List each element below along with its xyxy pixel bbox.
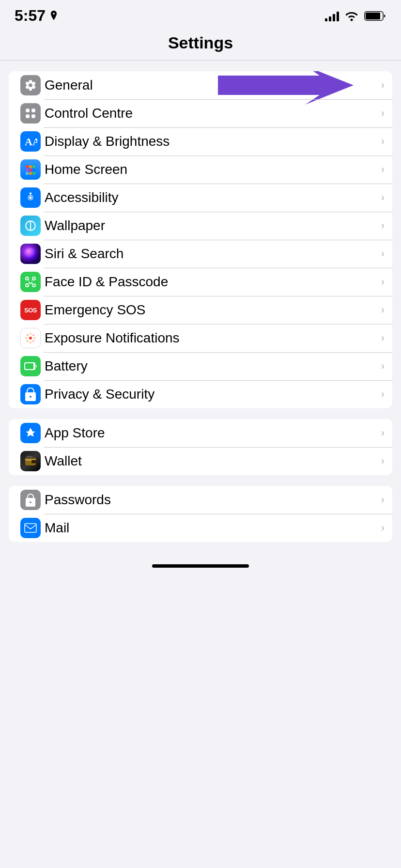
mail-label: Mail bbox=[45, 520, 377, 536]
mail-icon-wrapper bbox=[16, 514, 45, 542]
svg-rect-5 bbox=[26, 114, 30, 118]
general-icon-wrapper bbox=[16, 71, 45, 99]
settings-row-passwords[interactable]: Passwords › bbox=[9, 486, 392, 514]
sos-icon: SOS bbox=[20, 300, 41, 320]
svg-rect-6 bbox=[31, 114, 35, 118]
svg-point-18 bbox=[29, 196, 31, 199]
svg-rect-22 bbox=[32, 284, 35, 286]
svg-rect-38 bbox=[31, 460, 36, 464]
siri-chevron: › bbox=[381, 248, 385, 260]
settings-row-control-centre[interactable]: Control Centre › bbox=[9, 99, 392, 127]
siri-search-label: Siri & Search bbox=[45, 246, 377, 262]
settings-row-face-id[interactable]: Face ID & Passcode › bbox=[9, 268, 392, 296]
control-centre-label: Control Centre bbox=[45, 106, 377, 121]
privacy-chevron: › bbox=[381, 388, 385, 401]
control-centre-chevron: › bbox=[381, 107, 385, 120]
location-icon bbox=[49, 11, 58, 21]
appstore-chevron: › bbox=[381, 427, 385, 439]
settings-row-battery[interactable]: Battery › bbox=[9, 352, 392, 380]
settings-row-emergency-sos[interactable]: SOS Emergency SOS › bbox=[9, 296, 392, 324]
display-icon-wrapper: AA bbox=[16, 127, 45, 155]
wallpaper-icon bbox=[20, 216, 41, 236]
app-store-label: App Store bbox=[45, 425, 377, 441]
status-icons bbox=[325, 11, 386, 21]
svg-point-11 bbox=[26, 169, 29, 171]
svg-point-15 bbox=[29, 172, 32, 175]
sos-icon-wrapper: SOS bbox=[16, 296, 45, 324]
wifi-icon bbox=[345, 11, 358, 21]
passwords-icon-wrapper bbox=[16, 486, 45, 514]
settings-row-app-store[interactable]: App Store › bbox=[9, 419, 392, 447]
appstore-icon-wrapper bbox=[16, 419, 45, 447]
svg-point-14 bbox=[26, 172, 29, 175]
svg-rect-20 bbox=[32, 277, 35, 279]
settings-section-2: App Store › Wallet › bbox=[9, 419, 392, 475]
passwords-chevron: › bbox=[381, 494, 385, 506]
status-time: 5:57 bbox=[15, 7, 58, 25]
home-bar bbox=[152, 564, 249, 568]
settings-section-1: General › Control Centre › AA bbox=[9, 71, 392, 408]
svg-point-30 bbox=[27, 334, 29, 336]
svg-point-33 bbox=[32, 340, 34, 342]
settings-row-siri-search[interactable]: Siri & Search › bbox=[9, 240, 392, 268]
page-header: Settings bbox=[0, 29, 401, 61]
wallpaper-icon-wrapper bbox=[16, 212, 45, 240]
battery-icon-wrapper bbox=[16, 352, 45, 380]
accessibility-label: Accessibility bbox=[45, 190, 377, 205]
signal-icon bbox=[325, 11, 339, 21]
control-centre-icon-wrapper bbox=[16, 99, 45, 127]
faceid-icon bbox=[20, 272, 41, 292]
appstore-icon bbox=[20, 423, 41, 443]
settings-row-accessibility[interactable]: Accessibility › bbox=[9, 184, 392, 212]
settings-row-general[interactable]: General › bbox=[9, 71, 392, 99]
svg-point-31 bbox=[32, 334, 34, 336]
mail-chevron: › bbox=[381, 522, 385, 534]
passwords-icon bbox=[20, 490, 41, 510]
settings-row-wallet[interactable]: Wallet › bbox=[9, 447, 392, 475]
siri-icon bbox=[20, 244, 41, 264]
privacy-icon bbox=[20, 384, 41, 404]
mail-icon bbox=[20, 518, 41, 538]
siri-icon-wrapper bbox=[16, 240, 45, 268]
home-screen-chevron: › bbox=[381, 163, 385, 176]
svg-point-27 bbox=[30, 341, 31, 343]
svg-point-16 bbox=[32, 172, 35, 175]
faceid-icon-wrapper bbox=[16, 268, 45, 296]
emergency-sos-label: Emergency SOS bbox=[45, 302, 377, 318]
wallet-label: Wallet bbox=[45, 453, 377, 469]
settings-row-mail[interactable]: Mail › bbox=[9, 514, 392, 542]
exposure-icon bbox=[20, 328, 41, 348]
homescreen-icon bbox=[20, 159, 41, 180]
passwords-label: Passwords bbox=[45, 492, 377, 508]
exposure-label: Exposure Notifications bbox=[45, 330, 377, 346]
gear-icon bbox=[20, 75, 41, 95]
exposure-chevron: › bbox=[381, 332, 385, 344]
display-brightness-label: Display & Brightness bbox=[45, 134, 377, 149]
settings-row-display-brightness[interactable]: AA Display & Brightness › bbox=[9, 127, 392, 155]
svg-rect-21 bbox=[26, 284, 28, 286]
wallet-icon bbox=[20, 451, 41, 471]
accessibility-icon bbox=[20, 187, 41, 208]
settings-section-3: Passwords › Mail › bbox=[9, 486, 392, 542]
home-indicator bbox=[0, 557, 401, 573]
face-id-label: Face ID & Passcode bbox=[45, 274, 377, 290]
settings-row-home-screen[interactable]: Home Screen › bbox=[9, 155, 392, 184]
settings-row-privacy-security[interactable]: Privacy & Security › bbox=[9, 380, 392, 408]
svg-rect-40 bbox=[26, 456, 32, 457]
page-title: Settings bbox=[0, 33, 401, 52]
svg-point-29 bbox=[34, 337, 36, 339]
svg-rect-3 bbox=[26, 108, 30, 112]
svg-rect-4 bbox=[31, 108, 35, 112]
settings-row-exposure[interactable]: Exposure Notifications › bbox=[9, 324, 392, 352]
time-display: 5:57 bbox=[15, 7, 46, 25]
battery-chevron: › bbox=[381, 360, 385, 372]
display-chevron: › bbox=[381, 135, 385, 148]
accessibility-icon-wrapper bbox=[16, 184, 45, 212]
settings-row-wallpaper[interactable]: Wallpaper › bbox=[9, 212, 392, 240]
battery-icon bbox=[364, 11, 386, 21]
exposure-icon-wrapper bbox=[16, 324, 45, 352]
control-centre-icon bbox=[20, 103, 41, 124]
privacy-icon-wrapper bbox=[16, 380, 45, 408]
svg-point-26 bbox=[30, 333, 31, 335]
svg-rect-35 bbox=[25, 363, 33, 369]
